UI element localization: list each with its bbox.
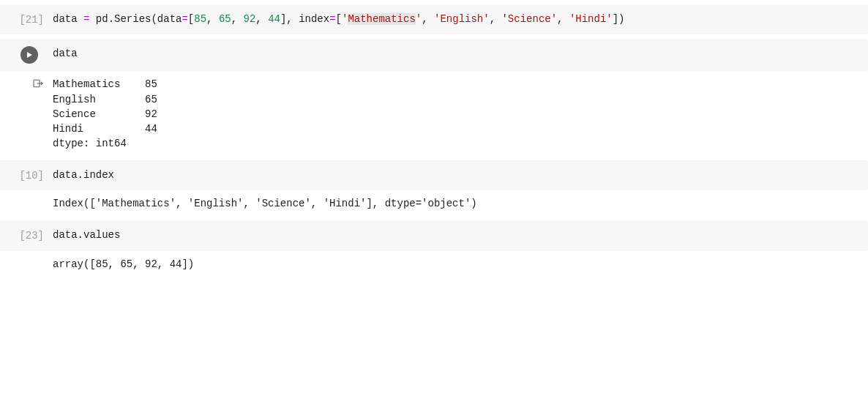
- output-line: Science 92: [53, 108, 157, 120]
- execution-count: [10]: [0, 168, 53, 183]
- output-line: Mathematics 85: [53, 78, 157, 90]
- operator: =: [182, 13, 187, 25]
- code-editor[interactable]: data = pd.Series(data=[85, 65, 92, 44], …: [53, 12, 625, 26]
- bracket: ]): [613, 13, 625, 25]
- code-input-row[interactable]: data: [0, 39, 868, 71]
- number-literal: 44: [268, 13, 280, 25]
- code-editor[interactable]: data.index: [53, 168, 114, 182]
- string-literal: 'Mathematics': [342, 13, 422, 25]
- code-text: ], index: [280, 13, 329, 25]
- code-editor[interactable]: data.values: [53, 228, 120, 242]
- output-row: array([85, 65, 92, 44]): [0, 251, 868, 277]
- output-spacer: [0, 196, 53, 212]
- run-cell-button[interactable]: [20, 46, 38, 64]
- string-literal: 'Hindi': [569, 13, 613, 25]
- execution-count: [23]: [0, 228, 53, 243]
- execution-count: [21]: [0, 12, 53, 27]
- output-text: Mathematics 85 English 65 Science 92 Hin…: [53, 77, 157, 151]
- code-editor[interactable]: data: [53, 46, 78, 61]
- bracket: [: [188, 13, 194, 25]
- code-input-row[interactable]: [10] data.index: [0, 160, 868, 190]
- code-cell: [10] data.index Index(['Mathematics', 'E…: [0, 160, 868, 217]
- output-line: Hindi 44: [53, 123, 157, 135]
- string-literal: 'English': [434, 13, 490, 25]
- play-icon: [25, 51, 34, 59]
- output-text: Index(['Mathematics', 'English', 'Scienc…: [53, 196, 477, 211]
- string-literal: 'Science': [501, 13, 557, 25]
- code-cell: [23] data.values array([85, 65, 92, 44]): [0, 220, 868, 277]
- output-indicator: [0, 77, 53, 89]
- output-row: Index(['Mathematics', 'English', 'Scienc…: [0, 190, 868, 216]
- output-line: English 65: [53, 94, 157, 105]
- output-text: array([85, 65, 92, 44]): [53, 257, 194, 272]
- comma: ,: [422, 13, 434, 25]
- number-literal: 92: [244, 13, 256, 25]
- code-text: data: [53, 13, 83, 25]
- operator: =: [329, 13, 335, 25]
- code-input-row[interactable]: [21] data = pd.Series(data=[85, 65, 92, …: [0, 4, 868, 34]
- bracket: [: [336, 13, 342, 25]
- comma: ,: [231, 13, 244, 25]
- number-literal: 65: [219, 13, 231, 25]
- code-cell: data Mathematics 85 English 65 Science 9…: [0, 39, 868, 155]
- output-spacer: [0, 257, 53, 272]
- code-cell: [21] data = pd.Series(data=[85, 65, 92, …: [0, 4, 868, 34]
- code-input-row[interactable]: [23] data.values: [0, 220, 868, 250]
- code-text: pd.Series(data: [89, 13, 182, 25]
- comma: ,: [557, 13, 569, 25]
- comma: ,: [206, 13, 219, 25]
- output-arrow-icon: [32, 78, 44, 89]
- comma: ,: [490, 13, 502, 25]
- comma: ,: [255, 13, 268, 25]
- output-row: Mathematics 85 English 65 Science 92 Hin…: [0, 71, 868, 155]
- number-literal: 85: [194, 13, 206, 25]
- output-line: dtype: int64: [53, 138, 127, 149]
